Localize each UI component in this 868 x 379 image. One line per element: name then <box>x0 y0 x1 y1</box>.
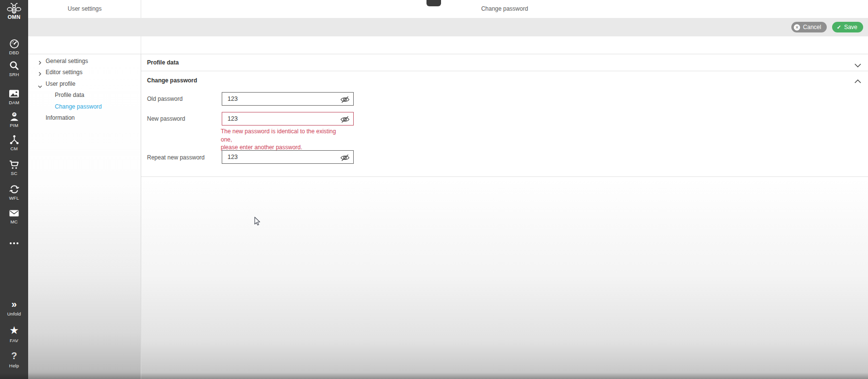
main-content: Profile data Change password Old passwor… <box>141 54 868 379</box>
rail-item-label: Unfold <box>0 311 28 316</box>
header-spacer <box>28 36 868 54</box>
rail-item-fav[interactable]: ★ FAV <box>0 326 28 343</box>
divider <box>141 36 141 54</box>
rail-item-unfold[interactable]: » Unfold <box>0 299 28 316</box>
cancel-x-icon: × <box>794 24 800 31</box>
tree-item-label: Information <box>46 114 75 121</box>
rail-item-label: PIM <box>0 123 28 128</box>
svg-text:P: P <box>13 112 15 116</box>
password-error-line1: The new password is identical to the exi… <box>221 127 348 143</box>
rail-item-dam[interactable]: DAM <box>0 88 28 105</box>
top-bar: User settings Change password <box>28 0 868 18</box>
share-icon <box>0 134 28 145</box>
rail-item-cm[interactable]: CM <box>0 134 28 151</box>
rail-item-label: SRH <box>0 72 28 77</box>
tree-item-label: User profile <box>46 80 75 87</box>
cancel-button-label: Cancel <box>803 24 821 31</box>
old-password-input[interactable] <box>222 92 354 106</box>
section-title: Profile data <box>147 59 179 66</box>
bee-icon <box>0 2 28 14</box>
section-header-change-password[interactable]: Change password <box>141 71 868 89</box>
rail-item-label: CM <box>0 146 28 151</box>
rail-item-omn-logo[interactable]: OMN <box>0 2 28 20</box>
question-icon: ? <box>0 351 28 362</box>
rail-item-srh[interactable]: SRH <box>0 60 28 77</box>
cancel-button[interactable]: × Cancel <box>791 22 827 32</box>
new-password-field-wrap <box>222 112 354 126</box>
check-icon: ✓ <box>836 24 841 31</box>
chevron-down-icon <box>854 61 861 69</box>
sync-icon <box>0 183 28 194</box>
tree-item-profile-data[interactable]: Profile data <box>28 90 141 101</box>
settings-sidebar: General settings Editor settings User pr… <box>28 54 141 379</box>
new-password-label: New password <box>147 115 185 122</box>
tree-item-change-password[interactable]: Change password <box>28 101 141 112</box>
person-icon: P <box>0 111 28 122</box>
rail-item-label: WFL <box>0 195 28 201</box>
rail-item-dbd[interactable]: DBD <box>0 38 28 55</box>
mail-icon <box>0 207 28 218</box>
chevron-right-icon <box>38 70 42 77</box>
rail-item-label: OMN <box>0 14 28 20</box>
repeat-new-password-label: Repeat new password <box>147 154 205 161</box>
rail-item-label: SC <box>0 171 28 176</box>
rail-item-more[interactable] <box>0 237 28 248</box>
tree-item-general-settings[interactable]: General settings <box>28 56 141 67</box>
cart-icon <box>0 158 28 170</box>
image-icon <box>0 88 28 99</box>
tree-item-label: Change password <box>55 103 102 110</box>
chevron-up-icon <box>854 77 861 85</box>
rail-item-pim[interactable]: P PIM <box>0 111 28 128</box>
save-button[interactable]: ✓ Save <box>832 22 863 32</box>
tree-item-label: Editor settings <box>46 69 82 76</box>
new-password-input[interactable] <box>222 112 354 126</box>
toggle-password-visibility-icon[interactable] <box>340 115 350 123</box>
old-password-field-wrap <box>222 92 354 106</box>
rail-item-label: DBD <box>0 50 28 55</box>
rail-item-help[interactable]: ? Help <box>0 351 28 368</box>
double-chevron-right-icon: » <box>0 299 28 310</box>
tree-item-information[interactable]: Information <box>28 112 141 124</box>
section-header-profile-data[interactable]: Profile data <box>141 54 868 71</box>
old-password-label: Old password <box>147 95 182 102</box>
chevron-down-icon <box>38 83 42 90</box>
star-icon: ★ <box>0 326 28 337</box>
action-toolbar: × Cancel ✓ Save <box>28 18 868 36</box>
rail-item-label: FAV <box>0 338 28 343</box>
rail-item-label: DAM <box>0 100 28 105</box>
app-rail: OMN DBD SRH <box>0 0 28 379</box>
tree-item-label: Profile data <box>55 92 84 98</box>
save-button-label: Save <box>844 24 857 31</box>
repeat-new-password-field-wrap <box>222 150 354 164</box>
password-error-message: The new password is identical to the exi… <box>221 127 348 152</box>
page-title: Change password <box>141 0 868 18</box>
sidebar-title: User settings <box>28 0 141 18</box>
tree-item-editor-settings[interactable]: Editor settings <box>28 67 141 78</box>
rail-item-mc[interactable]: MC <box>0 207 28 224</box>
rail-item-wfl[interactable]: WFL <box>0 183 28 201</box>
dashboard-icon <box>0 38 28 49</box>
camera-overlay-icon <box>426 0 441 6</box>
tree-item-label: General settings <box>46 58 88 64</box>
divider <box>141 176 868 177</box>
search-icon <box>0 60 28 71</box>
repeat-new-password-input[interactable] <box>222 150 354 164</box>
tree-item-user-profile[interactable]: User profile <box>28 79 141 90</box>
rail-item-label: Help <box>0 363 28 368</box>
toggle-password-visibility-icon[interactable] <box>340 95 350 103</box>
section-title: Change password <box>147 77 197 84</box>
app-window: OMN DBD SRH <box>0 0 868 379</box>
rail-item-label: MC <box>0 219 28 224</box>
toggle-password-visibility-icon[interactable] <box>340 154 350 161</box>
rail-item-sc[interactable]: SC <box>0 158 28 176</box>
chevron-right-icon <box>38 59 42 66</box>
ellipsis-icon <box>0 237 28 248</box>
